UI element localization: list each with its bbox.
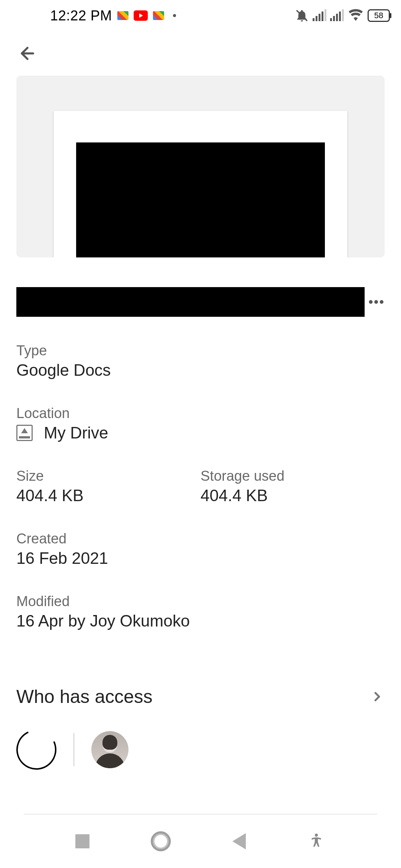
detail-storage: Storage used 404.4 KB	[200, 468, 385, 505]
more-options-button[interactable]: •••	[368, 294, 385, 310]
gmail-icon	[117, 11, 128, 20]
nav-back-button[interactable]	[232, 833, 246, 849]
nav-home-button[interactable]	[151, 831, 171, 851]
detail-created: Created 16 Feb 2021	[16, 531, 385, 568]
modified-label: Modified	[16, 594, 385, 609]
battery-icon: 58	[368, 9, 390, 22]
document-page-thumb	[54, 111, 347, 257]
wifi-icon	[348, 9, 364, 23]
chevron-right-icon	[370, 689, 385, 704]
detail-size: Size 404.4 KB	[16, 468, 200, 505]
notification-dot-icon	[173, 14, 176, 17]
modified-value: 16 Apr by Joy Okumoko	[16, 612, 385, 630]
back-button[interactable]	[16, 42, 39, 65]
shared-user-avatar[interactable]	[91, 731, 128, 768]
drive-icon	[16, 425, 33, 441]
type-value: Google Docs	[16, 361, 385, 379]
signal-icon	[330, 10, 344, 21]
location-value[interactable]: My Drive	[44, 424, 108, 442]
system-nav-bar	[0, 815, 401, 868]
file-title-row: •••	[0, 257, 401, 317]
detail-type: Type Google Docs	[16, 343, 385, 379]
file-preview[interactable]	[16, 76, 385, 257]
svg-point-1	[315, 834, 318, 836]
document-content-redacted	[76, 142, 325, 257]
location-label: Location	[16, 405, 385, 421]
status-left: 12:22 PM	[50, 8, 176, 24]
dnd-icon	[295, 9, 309, 23]
youtube-icon	[134, 10, 148, 21]
status-time: 12:22 PM	[50, 8, 112, 24]
status-right: 58	[295, 9, 390, 23]
storage-label: Storage used	[200, 468, 385, 484]
created-value: 16 Feb 2021	[16, 549, 385, 568]
details-section: Type Google Docs Location My Drive Size …	[0, 317, 401, 630]
access-section: Who has access	[0, 656, 401, 770]
access-header[interactable]: Who has access	[16, 686, 385, 707]
gmail-icon	[153, 11, 164, 20]
file-preview-container	[0, 76, 401, 257]
size-value: 404.4 KB	[16, 486, 200, 505]
nav-recents-button[interactable]	[75, 834, 89, 848]
detail-location: Location My Drive	[16, 405, 385, 442]
created-label: Created	[16, 531, 385, 547]
size-label: Size	[16, 468, 200, 484]
signal-icon	[313, 10, 326, 21]
detail-modified: Modified 16 Apr by Joy Okumoko	[16, 594, 385, 630]
battery-level: 58	[374, 11, 383, 20]
file-title-redacted	[16, 287, 365, 317]
detail-size-row: Size 404.4 KB Storage used 404.4 KB	[16, 468, 385, 505]
nav-accessibility-button[interactable]	[307, 832, 326, 851]
type-label: Type	[16, 343, 385, 359]
status-bar: 12:22 PM 58	[0, 0, 401, 31]
avatar-divider	[74, 733, 74, 766]
app-bar	[0, 31, 401, 76]
access-title: Who has access	[16, 686, 153, 707]
owner-avatar-loading[interactable]	[11, 724, 62, 775]
storage-value: 404.4 KB	[200, 486, 385, 505]
access-avatars	[16, 730, 385, 770]
